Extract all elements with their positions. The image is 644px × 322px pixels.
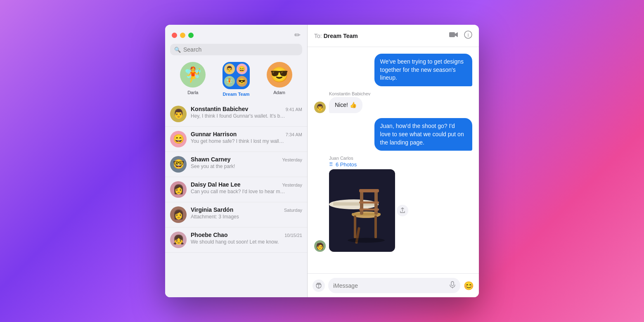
avatar-phoebe: 👧 — [170, 232, 187, 248]
svg-rect-12 — [359, 208, 379, 211]
conv-content-konstantin: Konstantin Babichev 9:41 AM Hey, I think… — [191, 106, 302, 119]
conv-preview-daisy: Can you call me back? I'd love to hear m… — [191, 189, 286, 194]
msg-row-konstantin: 👨 Nice! 👍 — [314, 97, 472, 114]
chat-recipient: Dream Team — [324, 33, 358, 39]
search-input[interactable] — [183, 46, 298, 53]
conv-content-daisy: Daisy Dal Hae Lee Yesterday Can you call… — [191, 181, 302, 194]
avatar-virginia: 👩 — [170, 206, 187, 223]
close-button[interactable] — [172, 33, 177, 38]
msg-avatar-juan: 🧑 — [314, 240, 326, 252]
conv-name-gunnar: Gunnar Harrison — [191, 131, 237, 137]
conv-item-gunnar[interactable]: 😄 Gunnar Harrison 7:34 AM You get home s… — [165, 127, 307, 152]
chat-header-actions: i — [449, 31, 472, 41]
photo-image — [329, 169, 395, 252]
conv-item-shawn[interactable]: 🤓 Shawn Carney Yesterday See you at the … — [165, 152, 307, 177]
conv-name-shawn: Shawn Carney — [191, 156, 230, 163]
message-input[interactable] — [333, 282, 446, 289]
chat-header: To: Dream Team i — [308, 25, 479, 47]
conv-content-phoebe: Phoebe Chao 10/15/21 We should hang out … — [191, 232, 302, 245]
app-store-button[interactable] — [313, 279, 325, 292]
pinned-darla[interactable]: 🧚 Darla — [180, 62, 206, 97]
conv-preview-virginia: Attachment: 3 Images — [191, 214, 286, 220]
avatar-daisy: 👩 — [170, 181, 187, 198]
input-area: 😊 — [308, 273, 479, 297]
conv-content-virginia: Virginia Sardón Saturday Attachment: 3 I… — [191, 206, 302, 220]
avatar-konstantin: 👨 — [170, 106, 187, 122]
svg-rect-11 — [359, 201, 379, 204]
messages-window: ✏ 🔍 🧚 Darla 👨 😄 🧚 — [165, 25, 479, 297]
emoji-button[interactable]: 😊 — [464, 281, 474, 291]
msg-avatar-konstantin: 👨 — [314, 102, 326, 113]
msg-sent-1: We've been trying to get designs togethe… — [314, 54, 472, 86]
avatar-adam: 😎 — [267, 62, 292, 88]
message-input-wrapper[interactable] — [328, 278, 460, 293]
msg-bubble-konstantin: Nice! 👍 — [329, 97, 362, 114]
pinned-dream-team[interactable]: 👨 😄 🧚 😎 Dream Team — [223, 62, 250, 97]
dictation-icon[interactable] — [450, 281, 455, 290]
conv-time-virginia: Saturday — [284, 208, 302, 213]
conv-name-daisy: Daisy Dal Hae Lee — [191, 181, 241, 188]
fullscreen-button[interactable] — [188, 33, 194, 38]
conv-name-virginia: Virginia Sardón — [191, 206, 233, 213]
msg-row-juan: 🧑 ⠿ 6 Photos — [314, 161, 472, 252]
conv-time-daisy: Yesterday — [282, 182, 302, 187]
conv-content-shawn: Shawn Carney Yesterday See you at the pa… — [191, 156, 302, 169]
avatar-dream-team: 👨 😄 🧚 😎 — [223, 62, 250, 89]
info-icon[interactable]: i — [464, 31, 472, 41]
sidebar-header: ✏ — [165, 25, 307, 40]
msg-sent-2: Juan, how'd the shoot go? I'd love to se… — [314, 118, 472, 151]
conv-time-phoebe: 10/15/21 — [284, 233, 302, 238]
conv-item-phoebe[interactable]: 👧 Phoebe Chao 10/15/21 We should hang ou… — [165, 227, 307, 253]
video-call-icon[interactable] — [449, 31, 458, 40]
share-button[interactable] — [397, 205, 408, 216]
conv-item-daisy[interactable]: 👩 Daisy Dal Hae Lee Yesterday Can you ca… — [165, 177, 307, 202]
conv-time-konstantin: 9:41 AM — [286, 107, 302, 112]
avatar-gunnar: 😄 — [170, 131, 187, 147]
to-label: To: — [314, 33, 322, 39]
svg-rect-13 — [354, 215, 356, 238]
svg-text:i: i — [468, 32, 469, 38]
conv-preview-phoebe: We should hang out soon! Let me know. — [191, 239, 286, 245]
photos-container: ⠿ 6 Photos — [329, 161, 395, 252]
photos-grid-icon: ⠿ — [329, 161, 333, 168]
msg-received-konstantin: Konstantin Babichev 👨 Nice! 👍 — [314, 91, 472, 114]
compose-icon[interactable]: ✏ — [294, 31, 301, 40]
sender-name-juan: Juan Carlos — [329, 156, 472, 161]
conv-preview-konstantin: Hey, I think I found Gunnar's wallet. It… — [191, 113, 286, 119]
chat-panel: To: Dream Team i — [308, 25, 479, 297]
msg-bubble-sent-2: Juan, how'd the shoot go? I'd love to se… — [374, 118, 472, 151]
photo-attachment[interactable] — [329, 169, 395, 252]
sender-name-konstantin: Konstantin Babichev — [329, 91, 472, 96]
pinned-adam-label: Adam — [273, 90, 285, 95]
avatar-shawn: 🤓 — [170, 156, 187, 173]
msg-bubble-sent-1: We've been trying to get designs togethe… — [374, 54, 472, 86]
conv-time-gunnar: 7:34 AM — [286, 132, 302, 137]
traffic-lights — [172, 33, 194, 38]
conv-name-phoebe: Phoebe Chao — [191, 232, 227, 238]
conv-content-gunnar: Gunnar Harrison 7:34 AM You get home saf… — [191, 131, 302, 144]
pinned-dream-team-label: Dream Team — [223, 92, 249, 97]
svg-rect-14 — [374, 215, 377, 238]
search-bar[interactable]: 🔍 — [170, 44, 302, 55]
conv-time-shawn: Yesterday — [282, 157, 302, 162]
minimize-button[interactable] — [180, 33, 185, 38]
svg-rect-10 — [359, 189, 379, 192]
conv-item-konstantin[interactable]: 👨 Konstantin Babichev 9:41 AM Hey, I thi… — [165, 102, 307, 127]
conv-name-konstantin: Konstantin Babichev — [191, 106, 248, 112]
pinned-darla-label: Darla — [187, 90, 198, 95]
photos-label: ⠿ 6 Photos — [329, 161, 395, 168]
photos-count: 6 Photos — [336, 161, 357, 168]
sidebar: ✏ 🔍 🧚 Darla 👨 😄 🧚 — [165, 25, 308, 297]
messages-area: We've been trying to get designs togethe… — [308, 47, 479, 273]
msg-received-juan: Juan Carlos 🧑 ⠿ 6 Photos — [314, 156, 472, 252]
svg-point-16 — [348, 238, 385, 243]
conv-preview-shawn: See you at the park! — [191, 163, 286, 169]
svg-rect-0 — [449, 32, 455, 37]
conversation-list: 👨 Konstantin Babichev 9:41 AM Hey, I thi… — [165, 102, 307, 297]
conv-item-virginia[interactable]: 👩 Virginia Sardón Saturday Attachment: 3… — [165, 202, 307, 227]
chat-header-title: To: Dream Team — [314, 33, 358, 39]
search-icon: 🔍 — [174, 47, 181, 53]
svg-rect-18 — [451, 282, 454, 286]
conv-preview-gunnar: You get home safe? I think I lost my wal… — [191, 138, 286, 144]
pinned-adam[interactable]: 😎 Adam — [267, 62, 292, 97]
